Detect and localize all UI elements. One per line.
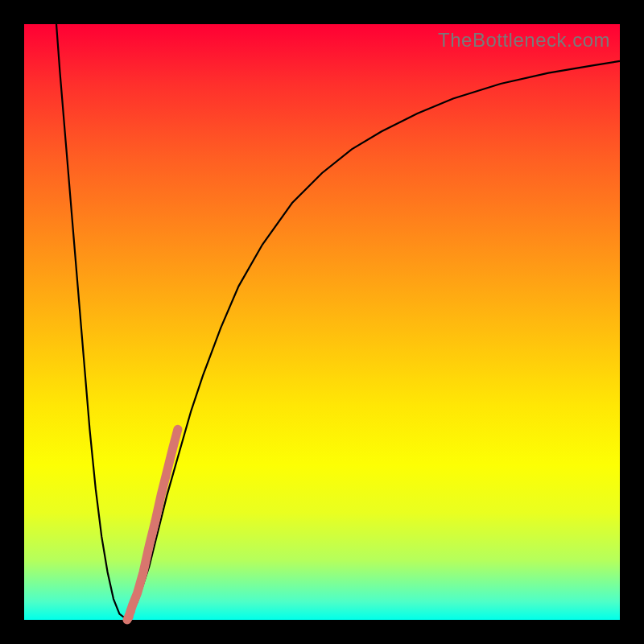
chart-svg xyxy=(24,24,620,620)
bottleneck-curve xyxy=(56,24,620,620)
chart-frame: TheBottleneck.com xyxy=(0,0,644,644)
highlight-markers xyxy=(125,429,178,621)
highlight-segment xyxy=(127,429,178,620)
plot-area: TheBottleneck.com xyxy=(24,24,620,620)
highlight-dot xyxy=(126,606,135,615)
